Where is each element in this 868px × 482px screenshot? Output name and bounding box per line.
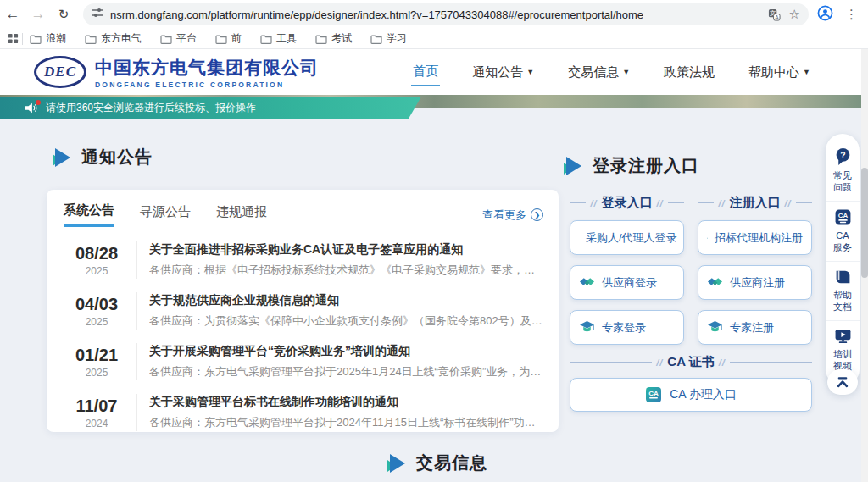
- svg-text:?: ?: [840, 151, 845, 160]
- folder-icon: [215, 34, 227, 44]
- section-arrow-icon: [386, 454, 406, 473]
- collapse-up-icon: [835, 375, 850, 389]
- notice-text: 请使用360安全浏览器进行后续投标、报价操作: [46, 101, 256, 115]
- faq-item[interactable]: ? 常见问题: [826, 141, 860, 201]
- announcement-title[interactable]: 关于全面推进非招标采购业务CA认证及电子签章应用的通知: [149, 242, 543, 258]
- graduation-cap-icon: [579, 320, 595, 335]
- nav-trade-info[interactable]: 交易信息▼: [566, 59, 632, 86]
- help-docs-item[interactable]: 帮助文档: [826, 261, 860, 320]
- svg-text:CA: CA: [837, 212, 848, 219]
- announcement-tabs: 系统公告 寻源公告 违规通报 查看更多 ❯: [47, 190, 559, 235]
- section-title: 通知公告: [81, 146, 153, 169]
- announcements-section-header: 通知公告: [51, 146, 153, 169]
- document-icon: [834, 269, 852, 285]
- bookmark-folder-gongju[interactable]: 工具: [260, 31, 297, 46]
- site-header: DEC 中国东方电气集团有限公司 DONGFANG ELECTRIC CORPO…: [0, 49, 868, 95]
- chevron-down-icon: ▼: [526, 68, 534, 76]
- ca-icon: CA: [834, 208, 852, 226]
- chevron-down-icon: ▼: [803, 68, 810, 76]
- tab-system-notices[interactable]: 系统公告: [64, 202, 114, 227]
- announcement-date: 01/21 2025: [64, 346, 130, 379]
- announcement-desc: 各供应商：根据《电子招标投标系统技术规范》《电子采购交易规范》要求，东方电气采购…: [149, 263, 543, 278]
- svg-text:CA: CA: [648, 390, 659, 397]
- back-to-top-button[interactable]: [827, 369, 858, 395]
- dec-logo-oval: DEC: [34, 56, 86, 88]
- announcement-row[interactable]: 11/07 2024 关于采购管理平台标书在线制作功能培训的通知 各供应商：东方…: [47, 387, 559, 438]
- browser-toolbar: ← → ↻ nsrm.dongfang.com/platform/runtime…: [0, 0, 868, 29]
- register-entry-header: 注册入口: [698, 195, 812, 211]
- tab-sourcing-notices[interactable]: 寻源公告: [140, 204, 191, 226]
- folder-icon: [160, 34, 172, 44]
- bookmark-folder-dongfang[interactable]: 东方电气: [85, 31, 142, 46]
- bookmark-folder-pingtai[interactable]: 平台: [160, 31, 197, 46]
- divider: [136, 394, 137, 431]
- ca-service-label: CA服务: [832, 230, 854, 253]
- tab-violation-reports[interactable]: 违规通报: [216, 204, 267, 226]
- section-title: 交易信息: [416, 452, 487, 474]
- forward-button[interactable]: →: [25, 6, 51, 23]
- announcement-desc: 各供应商：东方电气采购管理平台拟于2025年1月24日上线“竞价采购”业务，为帮…: [149, 364, 543, 380]
- announcements-card: 系统公告 寻源公告 违规通报 查看更多 ❯ 08/28 2025 关于全面推进非…: [47, 190, 559, 432]
- bidding-agency-register-button[interactable]: 招标代理机构注册: [698, 220, 812, 255]
- company-logo[interactable]: DEC 中国东方电气集团有限公司 DONGFANG ELECTRIC CORPO…: [34, 56, 319, 89]
- expert-login-button[interactable]: 专家登录: [570, 310, 684, 345]
- faq-label: 常见问题: [832, 169, 854, 193]
- login-section-header: 登录注册入口: [562, 154, 699, 177]
- section-arrow-icon: [51, 148, 71, 167]
- nav-home[interactable]: 首页: [411, 58, 440, 86]
- main-nav: 首页 通知公告▼ 交易信息▼ 政策法规 帮助中心▼: [411, 58, 812, 86]
- company-name-cn: 中国东方电气集团有限公司: [95, 56, 319, 80]
- graduation-cap-icon: [707, 320, 723, 335]
- chevron-down-icon: ▼: [622, 68, 630, 76]
- announcement-date: 08/28 2025: [64, 244, 130, 277]
- announcement-title[interactable]: 关于开展采购管理平台“竞价采购业务”培训的通知: [149, 344, 543, 359]
- login-entry-header: 登录入口: [570, 195, 684, 211]
- announcement-title[interactable]: 关于采购管理平台标书在线制作功能培训的通知: [149, 395, 543, 410]
- nav-policies[interactable]: 政策法规: [662, 59, 716, 86]
- scrollbar-thumb[interactable]: [861, 168, 868, 278]
- folder-icon: [260, 34, 272, 44]
- purchaser-agent-login-button[interactable]: 采购人/代理人登录: [570, 220, 684, 255]
- folder-icon: [30, 34, 42, 44]
- speaker-icon: [25, 102, 37, 114]
- ca-apply-button[interactable]: CA CA 办理入口: [570, 378, 812, 412]
- handshake-icon: [707, 275, 723, 290]
- bookmark-folder-kaoshi[interactable]: 考试: [315, 31, 352, 46]
- supplier-register-button[interactable]: 供应商注册: [698, 265, 812, 300]
- bookmark-folder-xuexi[interactable]: 学习: [370, 31, 407, 46]
- folder-icon: [315, 34, 327, 44]
- supplier-login-button[interactable]: 供应商登录: [570, 265, 684, 300]
- back-button[interactable]: ←: [0, 6, 25, 23]
- ca-service-item[interactable]: CA CA服务: [826, 201, 860, 261]
- building-icon: [707, 230, 708, 246]
- ca-badge-icon: CA: [645, 386, 662, 403]
- announcement-title[interactable]: 关于规范供应商企业规模信息的通知: [149, 293, 543, 308]
- view-more-link[interactable]: 查看更多 ❯: [482, 208, 543, 223]
- section-title: 登录注册入口: [593, 154, 699, 177]
- expert-register-button[interactable]: 专家注册: [698, 310, 812, 345]
- bookmark-folder-langchao[interactable]: 浪潮: [30, 31, 66, 46]
- profile-icon[interactable]: [817, 5, 833, 25]
- company-name-en: DONGFANG ELECTRIC CORPORATION: [95, 80, 319, 89]
- nav-help-center[interactable]: 帮助中心▼: [747, 59, 812, 86]
- announcement-row[interactable]: 04/03 2025 关于规范供应商企业规模信息的通知 各供应商：为贯彻落实《保…: [47, 285, 559, 336]
- handshake-icon: [579, 275, 595, 290]
- apps-grid-icon[interactable]: [8, 33, 19, 44]
- announcement-row[interactable]: 08/28 2025 关于全面推进非招标采购业务CA认证及电子签章应用的通知 各…: [47, 235, 559, 285]
- bookmark-star-icon[interactable]: ☆: [789, 7, 800, 22]
- url-text: nsrm.dongfang.com/platform/runtime/epp/d…: [110, 8, 760, 21]
- divider: [136, 292, 137, 330]
- floating-sidebar: ? 常见问题 CA CA服务 帮助文档 培训视频: [826, 134, 860, 386]
- scrollbar-track[interactable]: [861, 49, 868, 482]
- announcement-row[interactable]: 01/21 2025 关于开展采购管理平台“竞价采购业务”培训的通知 各供应商：…: [47, 336, 559, 387]
- ca-cert-header: CA 证书: [570, 354, 812, 370]
- bookmark-folder-qian[interactable]: 前: [215, 31, 242, 46]
- help-docs-label: 帮助文档: [832, 289, 854, 313]
- translate-icon[interactable]: 文A: [768, 8, 781, 21]
- announcement-desc: 各供应商：东方电气采购管理平台拟于2024年11月15日上线“标书在线制作”功能…: [149, 415, 543, 430]
- nav-notices[interactable]: 通知公告▼: [470, 59, 536, 86]
- menu-dots-icon[interactable]: ⋮: [845, 7, 858, 22]
- site-settings-icon[interactable]: [92, 7, 103, 22]
- reload-button[interactable]: ↻: [51, 7, 76, 22]
- address-bar[interactable]: nsrm.dongfang.com/platform/runtime/epp/d…: [83, 3, 809, 25]
